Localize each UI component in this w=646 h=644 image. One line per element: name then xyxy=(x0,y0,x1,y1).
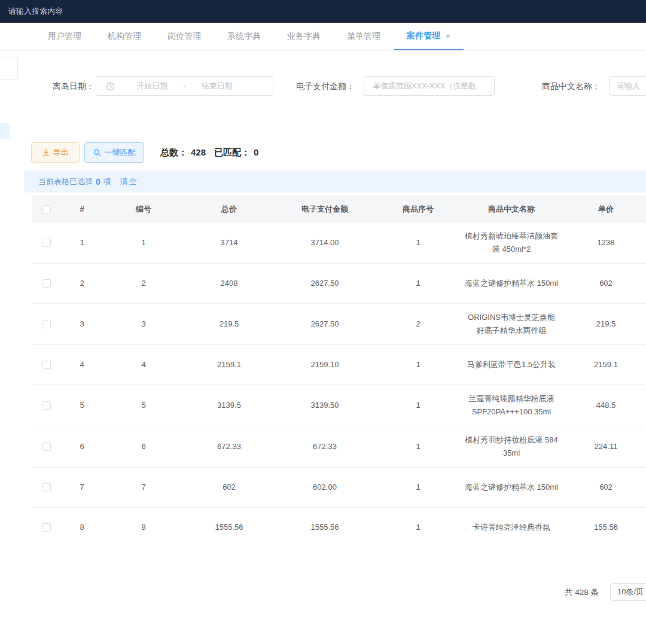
row-checkbox[interactable] xyxy=(42,483,51,492)
table-header-row: # 编号 总价 电子支付金额 商品序号 商品中文名称 单价 xyxy=(32,196,646,222)
cell-total-price: 1555.56 xyxy=(184,514,274,541)
clock-icon xyxy=(106,82,115,91)
cell-total-price: 219.5 xyxy=(184,310,274,338)
col-header-epayment[interactable]: 电子支付金额 xyxy=(274,199,376,219)
table-row[interactable]: 6 6 672.33 672.33 1 植村秀羽纱持妆粉底液 584 35ml … xyxy=(32,426,646,468)
cell-number: 1 xyxy=(103,229,184,257)
epayment-amount-placeholder: 单值或范围XXX-XXX（仅整数 xyxy=(373,81,476,91)
cell-unit-price: 448.5 xyxy=(562,392,646,419)
cell-epayment: 2627.50 xyxy=(274,270,376,297)
epayment-amount-input[interactable]: 单值或范围XXX-XXX（仅整数 xyxy=(364,76,495,96)
cell-product-seq: 1 xyxy=(376,229,461,257)
cell-total-price: 672.33 xyxy=(184,433,274,460)
one-click-match-button[interactable]: 一键匹配 xyxy=(84,142,144,163)
cell-product-name: 海蓝之谜修护精萃水 150ml xyxy=(461,474,562,501)
clear-selection-link[interactable]: 清空 xyxy=(120,176,138,187)
tab-case-management[interactable]: 案件管理 × xyxy=(394,23,464,50)
table-row[interactable]: 3 3 219.5 2627.50 2 ORIGINS韦博士灵芝焕能好底子精华水… xyxy=(32,304,646,345)
col-header-product-seq[interactable]: 商品序号 xyxy=(376,199,461,219)
cell-product-name: 植村秀新琥珀臻萃洁颜油套装 450ml*2 xyxy=(461,222,562,263)
matched-value: 0 xyxy=(254,147,258,158)
panel-fragment xyxy=(0,123,10,139)
tab-user-management[interactable]: 用户管理 xyxy=(35,23,95,50)
selection-bar: 当前表格已选择 0 项 清空 xyxy=(24,170,646,193)
top-navbar: 请输入搜索内容 xyxy=(0,0,646,23)
cell-number: 4 xyxy=(103,351,184,379)
table-body: 1 1 3714 3714.00 1 植村秀新琥珀臻萃洁颜油套装 450ml*2… xyxy=(32,222,646,541)
row-checkbox[interactable] xyxy=(42,401,51,410)
cell-epayment: 2159.10 xyxy=(274,351,376,379)
table-row[interactable]: 2 2 2408 2627.50 1 海蓝之谜修护精萃水 150ml 602 xyxy=(32,264,646,304)
cell-total-price: 3139.5 xyxy=(184,392,274,419)
cell-product-seq: 1 xyxy=(376,433,461,460)
row-select-cell xyxy=(32,231,61,254)
date-range-input[interactable]: 开始日期 - 结束日期 xyxy=(96,76,273,96)
cell-epayment: 3139.50 xyxy=(274,392,376,419)
cell-number: 3 xyxy=(103,310,184,338)
close-tab-icon[interactable]: × xyxy=(446,32,450,41)
cell-number: 8 xyxy=(103,514,184,541)
row-checkbox[interactable] xyxy=(42,239,51,247)
col-header-unit-price[interactable]: 单价 xyxy=(562,199,646,219)
cell-epayment: 1555.56 xyxy=(274,514,376,541)
cell-unit-price: 1238 xyxy=(562,229,646,257)
end-date-placeholder[interactable]: 结束日期 xyxy=(202,81,233,91)
tab-system-dict[interactable]: 系统字典 xyxy=(214,23,274,50)
search-icon xyxy=(93,149,101,157)
tab-business-dict[interactable]: 业务字典 xyxy=(274,23,334,50)
table-row[interactable]: 8 8 1555.56 1555.56 1 卡诗菁纯亮泽经典香氛 155.56 xyxy=(32,508,646,541)
cell-unit-price: 155.56 xyxy=(562,514,646,541)
tab-bar: 用户管理 机构管理 岗位管理 系统字典 业务字典 菜单管理 案件管理 × xyxy=(0,23,646,51)
page-size-select[interactable]: 10条/页 xyxy=(610,583,646,601)
table-row[interactable]: 7 7 602 602.00 1 海蓝之谜修护精萃水 150ml 602 xyxy=(32,468,646,508)
product-name-label: 商品中文名称： xyxy=(542,81,601,92)
tab-menu-management[interactable]: 菜单管理 xyxy=(334,23,394,50)
col-header-total-price[interactable]: 总价 xyxy=(184,199,274,219)
row-select-cell xyxy=(32,435,61,458)
row-checkbox[interactable] xyxy=(42,279,51,288)
cell-unit-price: 602 xyxy=(562,474,646,501)
cell-epayment: 3714.00 xyxy=(274,229,376,257)
row-checkbox[interactable] xyxy=(42,320,51,328)
cell-product-name: 植村秀羽纱持妆粉底液 584 35ml xyxy=(461,426,562,467)
tab-post-management[interactable]: 岗位管理 xyxy=(154,23,214,50)
selection-suffix: 项 xyxy=(103,176,111,187)
cell-product-name: 卡诗菁纯亮泽经典香氛 xyxy=(461,514,562,541)
cell-product-seq: 1 xyxy=(376,474,461,501)
cell-unit-price: 2159.1 xyxy=(562,351,646,379)
col-header-product-name[interactable]: 商品中文名称 xyxy=(461,199,562,219)
cell-index: 8 xyxy=(61,514,103,541)
table-row[interactable]: 5 5 3139.5 3139.50 1 兰蔻菁纯臻颜精华粉底液SPF20PA+… xyxy=(32,385,646,426)
cell-product-name: ORIGINS韦博士灵芝焕能好底子精华水两件组 xyxy=(461,304,562,344)
select-all-checkbox[interactable] xyxy=(42,205,51,213)
page-size-value: 10条/页 xyxy=(617,587,644,597)
start-date-placeholder[interactable]: 开始日期 xyxy=(136,81,167,91)
cell-unit-price: 219.5 xyxy=(562,310,646,338)
row-select-cell xyxy=(32,353,61,376)
table-row[interactable]: 1 1 3714 3714.00 1 植村秀新琥珀臻萃洁颜油套装 450ml*2… xyxy=(32,222,646,264)
total-label: 总数： xyxy=(160,147,187,158)
cell-index: 4 xyxy=(61,351,103,379)
cell-product-name: 兰蔻菁纯臻颜精华粉底液SPF20PA+++100 35ml xyxy=(461,385,562,426)
row-checkbox[interactable] xyxy=(42,442,51,451)
cell-index: 6 xyxy=(61,433,103,460)
row-select-cell xyxy=(32,272,61,295)
col-header-index[interactable]: # xyxy=(61,199,103,219)
row-checkbox[interactable] xyxy=(42,361,51,369)
cell-index: 2 xyxy=(61,270,103,297)
product-name-placeholder: 请输入 xyxy=(617,81,640,91)
row-select-cell xyxy=(32,516,61,539)
cell-product-name: 马爹利蓝带干邑1.5公升装 xyxy=(461,351,562,379)
total-value: 428 xyxy=(191,147,206,158)
cell-unit-price: 224.11 xyxy=(562,433,646,460)
col-header-number[interactable]: 编号 xyxy=(103,199,184,219)
export-button[interactable]: 导出 xyxy=(31,142,80,163)
row-checkbox[interactable] xyxy=(42,523,51,532)
table-row[interactable]: 4 4 2159.1 2159.10 1 马爹利蓝带干邑1.5公升装 2159.… xyxy=(32,345,646,385)
cell-product-seq: 1 xyxy=(376,351,461,379)
tab-org-management[interactable]: 机构管理 xyxy=(95,23,154,50)
cell-number: 2 xyxy=(103,270,184,297)
product-name-input[interactable]: 请输入 xyxy=(609,76,646,96)
cell-index: 3 xyxy=(61,310,103,338)
global-search-input[interactable]: 请输入搜索内容 xyxy=(8,6,63,17)
